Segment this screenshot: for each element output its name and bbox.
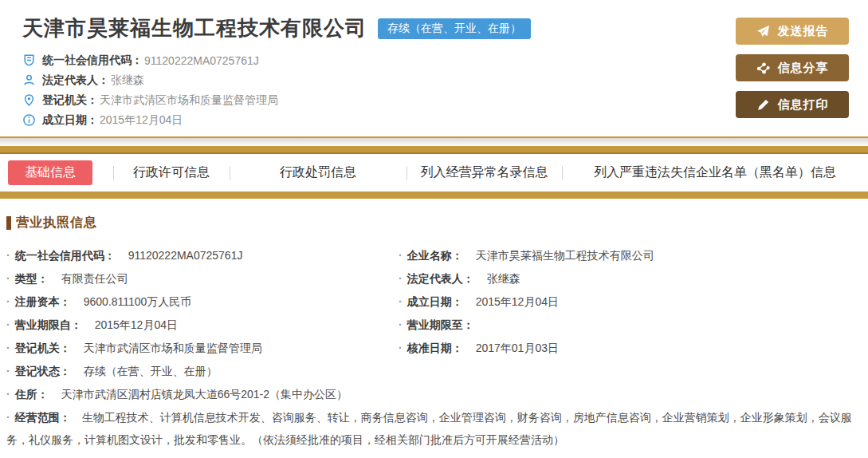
gray-gradient-strip	[0, 138, 868, 146]
section-title: 营业执照信息	[6, 215, 860, 231]
bullet-dot: ·	[6, 360, 10, 383]
info-value: 天津市武清区市场和质量监督管理局	[100, 93, 278, 108]
tab-cell: 行政处罚信息	[230, 154, 407, 191]
page-title: 天津市昊莱福生物工程技术有限公司	[22, 14, 367, 42]
bullet-dot: ·	[6, 314, 10, 337]
info-item-credit-code: 统一社会信用代码： 91120222MA0725761J	[22, 50, 531, 70]
tab-separator	[230, 166, 230, 180]
bullet-dot: ·	[6, 267, 10, 290]
bullet-dot: ·	[399, 290, 403, 314]
section-tab-bar: 基础信息 行政许可信息 行政处罚信息 列入经营异常名录信息 列入严重违法失信企业…	[0, 154, 868, 191]
gold-divider-under-tabs	[0, 191, 868, 199]
tab-cell: 列入严重违法失信企业名单（黑名单）信息	[562, 154, 868, 191]
tab-abnormal-list[interactable]: 列入经营异常名录信息	[421, 164, 548, 181]
tab-basic-info[interactable]: 基础信息	[8, 160, 92, 185]
send-report-label: 发送报告	[778, 24, 829, 39]
section-title-bar	[6, 216, 11, 230]
header-actions: 发送报告 信息分享 信息打印	[736, 14, 849, 136]
tab-admin-license[interactable]: 行政许可信息	[133, 164, 210, 181]
info-value: 张继森	[111, 73, 144, 88]
section-title-text: 营业执照信息	[16, 215, 97, 231]
header-left: 天津市昊莱福生物工程技术有限公司 存续（在营、开业、在册） 统一社会信用代码： …	[22, 14, 531, 136]
info-value: 2015年12月04日	[100, 113, 183, 128]
print-info-button[interactable]: 信息打印	[736, 91, 849, 118]
share-nodes-icon	[756, 61, 770, 75]
field-address: · 住所： 天津市武清区泗村店镇龙凤大道66号201-2（集中办公区）	[6, 383, 860, 406]
bullet-dot: ·	[399, 244, 403, 267]
bullet-dot: ·	[6, 244, 10, 267]
bullet-dot: ·	[6, 411, 10, 424]
field-founding-date: · 成立日期： 2015年12月04日	[399, 290, 860, 314]
field-registry-authority: · 登记机关： 天津市武清区市场和质量监督管理局	[6, 337, 399, 360]
person-icon	[22, 73, 36, 87]
field-registered-capital: · 注册资本： 9600.811100万人民币	[6, 290, 399, 314]
field-company-type: · 类型： 有限责任公司	[6, 267, 399, 290]
license-fields-grid: · 统一社会信用代码： 91120222MA0725761J · 企业名称： 天…	[6, 244, 860, 383]
info-circle-icon	[22, 113, 36, 127]
field-empty-cell	[399, 360, 860, 383]
bullet-dot: ·	[6, 337, 10, 360]
gold-divider-band	[0, 146, 868, 154]
tab-cell: 行政许可信息	[113, 154, 230, 191]
tab-blacklist[interactable]: 列入严重违法失信企业名单（黑名单）信息	[594, 164, 836, 181]
bullet-dot: ·	[399, 314, 403, 337]
info-item-legal-rep: 法定代表人： 张继森	[22, 70, 531, 90]
company-info-list: 统一社会信用代码： 91120222MA0725761J 法定代表人： 张继森 …	[22, 50, 531, 130]
field-term-end: · 营业期限至：	[399, 314, 860, 337]
tab-separator	[562, 166, 563, 180]
field-registration-status: · 登记状态： 存续（在营、开业、在册）	[6, 360, 399, 383]
info-item-founding-date: 成立日期： 2015年12月04日	[22, 110, 531, 130]
location-icon	[22, 93, 36, 107]
bullet-dot: ·	[6, 383, 10, 406]
tab-admin-penalty[interactable]: 行政处罚信息	[280, 164, 356, 181]
company-header: 天津市昊莱福生物工程技术有限公司 存续（在营、开业、在册） 统一社会信用代码： …	[0, 0, 868, 136]
tab-cell: 基础信息	[0, 154, 113, 191]
field-company-name: · 企业名称： 天津市昊莱福生物工程技术有限公司	[399, 244, 860, 267]
info-label: 成立日期：	[42, 113, 98, 128]
field-term-start: · 营业期限自： 2015年12月04日	[6, 314, 399, 337]
bullet-dot: ·	[399, 337, 403, 360]
print-info-label: 信息打印	[778, 97, 829, 113]
field-legal-rep: · 法定代表人： 张继森	[399, 267, 860, 290]
share-info-label: 信息分享	[778, 61, 829, 76]
field-business-scope: ·经营范围：生物工程技术、计算机信息技术开发、咨询服务、转让，商务信息咨询，企业…	[6, 406, 860, 451]
info-label: 法定代表人：	[42, 73, 109, 88]
field-credit-code: · 统一社会信用代码： 91120222MA0725761J	[6, 244, 399, 267]
status-badge: 存续（在营、开业、在册）	[378, 18, 531, 39]
license-info-section: 营业执照信息 · 统一社会信用代码： 91120222MA0725761J · …	[0, 199, 868, 458]
info-value: 91120222MA0725761J	[144, 54, 259, 67]
send-report-button[interactable]: 发送报告	[736, 18, 849, 45]
info-item-registry: 登记机关： 天津市武清区市场和质量监督管理局	[22, 90, 531, 110]
bullet-dot: ·	[6, 290, 10, 314]
bullet-dot: ·	[399, 267, 403, 290]
tab-separator	[113, 166, 114, 180]
credit-code-icon	[22, 53, 36, 67]
paper-plane-icon	[756, 25, 770, 38]
share-info-button[interactable]: 信息分享	[736, 54, 849, 81]
field-approval-date: · 核准日期： 2017年01月03日	[399, 337, 860, 360]
info-label: 登记机关：	[42, 93, 98, 108]
info-label: 统一社会信用代码：	[42, 53, 143, 68]
pencil-icon	[756, 98, 770, 112]
tab-separator	[407, 166, 407, 180]
tab-cell: 列入经营异常名录信息	[407, 154, 562, 191]
